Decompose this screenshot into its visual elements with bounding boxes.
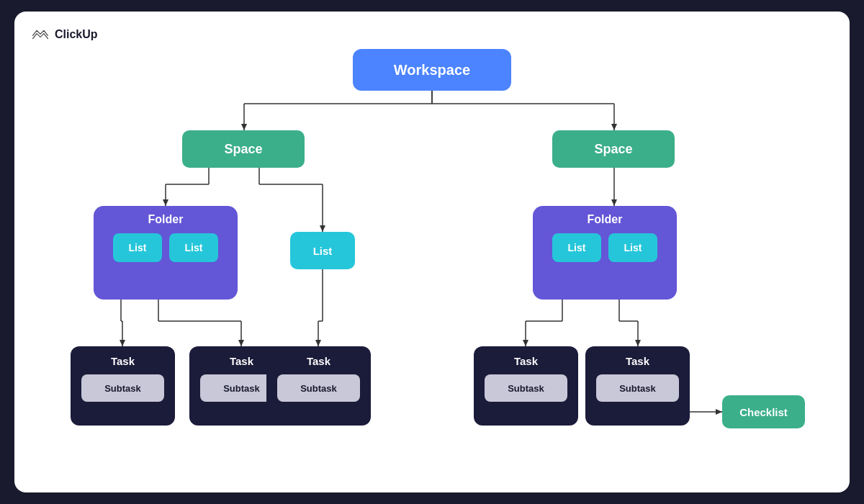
task-5-node: Task Subtask: [585, 346, 690, 426]
clickup-logo-icon: [30, 24, 50, 45]
task-3-subtask: Subtask: [277, 374, 360, 402]
svg-marker-29: [315, 340, 321, 346]
space-right-label: Space: [594, 142, 632, 157]
task-3-title: Task: [307, 355, 330, 367]
task-5-title: Task: [626, 355, 649, 367]
space-right-node: Space: [552, 130, 675, 168]
task-2-title: Task: [230, 355, 253, 367]
svg-marker-25: [238, 340, 244, 346]
logo-text: ClickUp: [55, 28, 98, 41]
folder-left-list-2: List: [169, 233, 218, 262]
list-standalone-node: List: [290, 232, 355, 269]
folder-right-node: Folder List List: [533, 206, 677, 300]
folder-left-node: Folder List List: [94, 206, 238, 300]
task-4-title: Task: [514, 355, 538, 367]
svg-marker-7: [611, 124, 617, 130]
task-4-node: Task Subtask: [474, 346, 578, 426]
checklist-label: Checklist: [739, 406, 788, 418]
checklist-node: Checklist: [722, 395, 805, 428]
svg-marker-3: [241, 124, 247, 130]
list-standalone-label: List: [313, 245, 333, 257]
folder-right-lists: List List: [552, 233, 657, 262]
task-1-title: Task: [111, 355, 135, 367]
svg-marker-33: [523, 340, 528, 346]
folder-right-list-1: List: [552, 233, 601, 262]
svg-marker-17: [611, 199, 617, 206]
task-1-subtask: Subtask: [81, 374, 164, 402]
svg-marker-11: [163, 199, 168, 206]
folder-left-list-1: List: [113, 233, 162, 262]
task-1-node: Task Subtask: [71, 346, 175, 426]
main-card: ClickUp: [14, 12, 850, 492]
workspace-label: Workspace: [394, 62, 470, 78]
folder-right-list-2: List: [608, 233, 657, 262]
svg-marker-37: [635, 340, 641, 346]
folder-left-lists: List List: [113, 233, 218, 262]
workspace-node: Workspace: [353, 49, 511, 91]
svg-marker-21: [120, 340, 125, 346]
task-5-subtask: Subtask: [596, 374, 679, 402]
space-left-label: Space: [224, 142, 262, 157]
logo: ClickUp: [30, 24, 98, 45]
svg-marker-39: [716, 409, 722, 415]
folder-right-label: Folder: [588, 213, 623, 226]
folder-left-label: Folder: [148, 213, 184, 226]
space-left-node: Space: [182, 130, 305, 168]
task-3-node: Task Subtask: [266, 346, 371, 426]
svg-marker-15: [320, 225, 325, 232]
task-4-subtask: Subtask: [485, 374, 567, 402]
